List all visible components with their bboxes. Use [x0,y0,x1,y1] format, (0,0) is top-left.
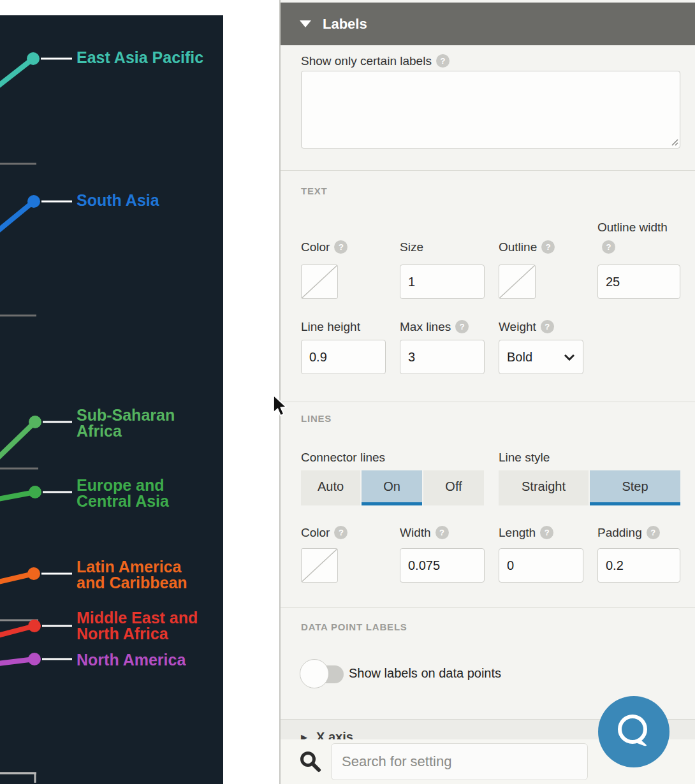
text-outline-swatch[interactable] [499,265,536,299]
text-color-label: Color? [301,237,348,257]
lines-padding-input[interactable] [597,548,680,583]
series-dot [29,486,41,498]
show-only-labels-textarea[interactable] [301,71,680,149]
series-dot [28,620,41,632]
series-label: Central Asia [77,492,170,510]
collapse-triangle-icon [300,20,311,27]
line-style-step-button[interactable]: Step [590,470,680,505]
connector-off-button[interactable]: Off [423,470,484,505]
labels-section-header[interactable]: Labels [281,3,695,45]
series-label: North Africa [77,625,169,642]
data-point-labels-title: DATA POINT LABELS [301,621,407,632]
connector-lines-label: Connector lines [301,447,385,467]
help-icon[interactable]: ? [541,320,554,333]
text-size-input[interactable] [400,265,485,299]
text-outline-width-label: Outline width? [597,217,673,257]
series-dot [29,416,41,428]
series-label: Europe and [77,476,165,494]
help-icon[interactable]: ? [436,54,450,68]
help-icon[interactable]: ? [602,240,615,254]
chevron-down-icon [564,354,575,361]
connector-auto-button[interactable]: Auto [301,470,360,505]
lines-width-input[interactable] [400,548,485,583]
show-labels-toggle-label: Show labels on data points [349,666,501,681]
line-style-label: Line style [499,447,550,467]
lines-length-label: Length? [499,523,553,542]
line-height-input[interactable] [301,340,386,374]
series-label: North America [77,651,186,669]
help-icon[interactable]: ? [541,240,555,254]
lines-length-input[interactable] [499,548,583,583]
text-outline-label: Outline? [499,237,555,257]
weight-select-value: Bold [507,350,532,365]
series-dot [28,653,41,665]
text-outline-width-input[interactable] [597,265,680,299]
weight-select[interactable]: Bold [499,340,583,374]
connector-on-button[interactable]: On [362,470,422,505]
chart-preview: East Asia PacificSouth AsiaSub-SaharanAf… [0,0,223,784]
max-lines-label: Max lines? [400,317,469,337]
lines-padding-label: Padding? [597,523,660,542]
lines-section-title: LINES [301,413,332,424]
series-label: South Asia [77,191,160,209]
line-style-straight-button[interactable]: Straight [499,470,589,505]
help-icon[interactable]: ? [540,526,553,539]
divider [281,402,695,402]
help-icon[interactable]: ? [435,526,449,539]
series-label: Africa [77,422,122,440]
series-dot [27,52,40,65]
help-icon[interactable]: ? [334,240,348,254]
app-window: East Asia PacificSouth AsiaSub-SaharanAf… [0,0,695,784]
series-dot [27,567,40,580]
chat-bubble-icon [614,712,654,751]
help-icon[interactable]: ? [455,320,469,333]
weight-label: Weight? [499,317,554,337]
divider [281,170,695,171]
max-lines-input[interactable] [400,340,485,374]
chart-plot-background [0,15,223,784]
search-icon [300,751,321,773]
chat-support-button[interactable] [598,696,669,767]
series-label: Latin America [77,558,182,576]
series-label: Sub-Saharan [77,406,175,424]
series-label: Middle East and [77,609,198,627]
lines-color-label: Color? [301,523,348,542]
line-height-label: Line height [301,317,360,337]
text-size-label: Size [400,237,423,257]
divider [281,607,695,608]
lines-color-swatch[interactable] [301,548,338,583]
help-icon[interactable]: ? [334,526,348,539]
series-label: and Caribbean [77,574,187,592]
section-title-labels: Labels [323,16,367,33]
series-label: East Asia Pacific [77,48,203,66]
help-icon[interactable]: ? [647,526,660,539]
lines-width-label: Width? [400,523,449,542]
toggle-knob [300,659,329,688]
settings-panel: Labels Show only certain labels? TEXT Co… [279,0,695,784]
text-color-swatch[interactable] [301,265,338,299]
series-dot [27,195,40,208]
show-only-labels-label: Show only certain labels? [301,51,450,71]
text-section-title: TEXT [301,185,328,196]
search-input[interactable] [331,743,588,780]
